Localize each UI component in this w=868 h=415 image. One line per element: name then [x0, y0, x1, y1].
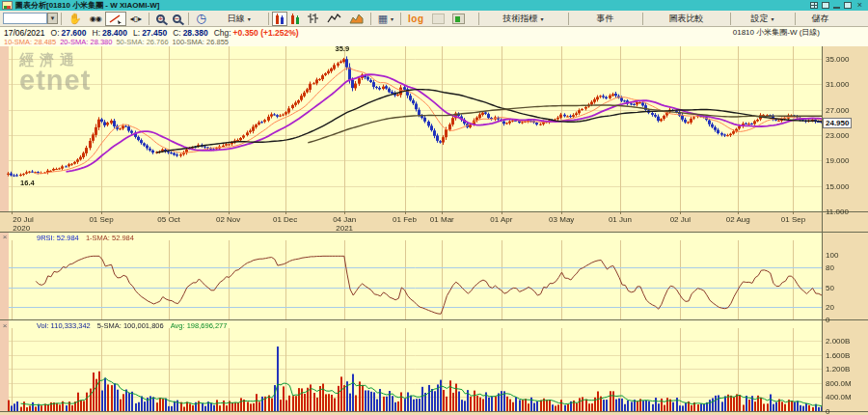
- open-label: O:: [51, 28, 60, 38]
- pan-tool-button[interactable]: ✋: [65, 12, 86, 26]
- zoom-out-icon: −: [173, 14, 181, 23]
- binoculars-icon: ◉◉: [90, 14, 101, 24]
- chart-zone: 經濟通 etnet 35.9 16.4 24.950 9RSI: 52.984 …: [0, 46, 868, 415]
- low-label: L:: [133, 28, 140, 38]
- indicators-dropdown[interactable]: 技術指標 ▾: [500, 12, 548, 26]
- grid-layout-dropdown[interactable]: ▦ ▾: [374, 12, 397, 26]
- sma100-legend: 100-SMA: 26.855: [173, 38, 229, 46]
- zoom-out-button[interactable]: −: [169, 12, 185, 26]
- chevron-down-icon: ▾: [541, 15, 544, 22]
- settings-dropdown[interactable]: 設定 ▾: [747, 12, 778, 26]
- sma10-legend: 10-SMA: 28.485: [4, 38, 56, 46]
- chart-compare-button[interactable]: 圖表比較: [665, 12, 708, 26]
- line-chart-icon: [327, 13, 341, 24]
- grid-icon: ▦: [378, 14, 388, 24]
- chart-type-area-button[interactable]: [345, 12, 367, 26]
- zoom-in-button[interactable]: +: [152, 12, 169, 26]
- candle-updown-icon: [291, 13, 299, 24]
- minimize-icon[interactable]: [833, 3, 840, 9]
- hand-icon: ✋: [68, 14, 82, 24]
- ohlc-bars-icon: [307, 13, 319, 24]
- app-chart-icon: [2, 1, 13, 10]
- volume-pane-close-button[interactable]: ×: [1, 322, 9, 330]
- panel-grey-icon: [432, 14, 445, 24]
- symbol-input[interactable]: [3, 13, 47, 24]
- close-value: 28.380: [183, 28, 208, 38]
- restore-window-icon[interactable]: [822, 2, 829, 9]
- close-label: C:: [173, 28, 181, 38]
- chevron-down-icon: ▾: [248, 15, 251, 22]
- open-value: 27.600: [62, 28, 87, 38]
- crosshair-tool-button[interactable]: [105, 12, 126, 26]
- change-label: Chg:: [214, 28, 231, 38]
- maximize-icon[interactable]: [844, 2, 852, 9]
- panel-layout-button-2[interactable]: [448, 12, 469, 26]
- panel-layout-button-1[interactable]: [428, 12, 448, 26]
- settings-label: 設定: [751, 13, 769, 25]
- quote-line: 17/06/2021 O:27.600 H:28.400 L:27.450 C:…: [0, 27, 868, 38]
- change-value: +0.350 (+1.252%): [233, 28, 299, 38]
- sma-legend: 10-SMA: 28.485 20-SMA: 28.380 50-SMA: 26…: [0, 38, 868, 46]
- sma50-legend: 50-SMA: 26.766: [116, 38, 168, 46]
- symbol-combobox[interactable]: ▼: [3, 13, 58, 24]
- high-label: H:: [93, 28, 101, 38]
- window-controls: ×: [810, 1, 866, 10]
- events-button[interactable]: 事件: [593, 12, 618, 26]
- chart-analysis-window: 圖表分析[01810 小米集團 - W XIAOMI-W] × ▼ ✋ ◉◉ ◂…: [0, 0, 868, 415]
- window-title: 圖表分析[01810 小米集團 - W XIAOMI-W]: [15, 0, 159, 11]
- candlestick-icon: [276, 13, 284, 24]
- close-icon[interactable]: ×: [855, 1, 864, 10]
- low-value: 27.450: [142, 28, 167, 38]
- chart-canvas[interactable]: [0, 46, 868, 415]
- history-button[interactable]: ◷: [192, 12, 209, 26]
- clock-icon: ◷: [196, 14, 205, 24]
- chart-type-candle-button[interactable]: [272, 12, 287, 26]
- period-label: 日線: [228, 13, 245, 25]
- save-button[interactable]: 儲存: [808, 12, 833, 26]
- sma20-legend: 20-SMA: 28.380: [60, 38, 112, 46]
- chevron-down-icon: ▾: [391, 15, 393, 22]
- toolbar: ▼ ✋ ◉◉ ◂▯▸ + − ◷ 日線 ▾: [0, 11, 868, 27]
- panel-green-icon: [452, 14, 465, 24]
- scroll-compare-button[interactable]: ◂▯▸: [126, 12, 146, 26]
- symbol-dropdown-icon[interactable]: ▼: [47, 13, 58, 24]
- trendline-cursor-icon: [109, 14, 122, 24]
- chart-type-line-button[interactable]: [323, 12, 345, 26]
- high-value: 28.400: [102, 28, 127, 38]
- overview-button[interactable]: ◉◉: [86, 12, 105, 26]
- chevron-down-icon: ▾: [772, 15, 774, 22]
- titlebar: 圖表分析[01810 小米集團 - W XIAOMI-W] ×: [0, 0, 868, 11]
- chart-type-candle2-button[interactable]: [287, 12, 303, 26]
- zoom-in-icon: +: [156, 14, 165, 23]
- chart-type-ohlc-button[interactable]: [303, 12, 323, 26]
- period-dropdown[interactable]: 日線 ▾: [224, 12, 255, 26]
- quote-date: 17/06/2021: [4, 28, 45, 38]
- area-chart-icon: [349, 13, 364, 24]
- log-scale-button[interactable]: log: [404, 12, 428, 26]
- instrument-label: 01810 小米集團-W (日線): [733, 27, 820, 38]
- rsi-pane-close-button[interactable]: ×: [1, 234, 9, 241]
- indicators-label: 技術指標: [503, 13, 538, 25]
- split-window-icon[interactable]: [810, 2, 818, 9]
- candle-move-icon: ◂▯▸: [130, 14, 142, 24]
